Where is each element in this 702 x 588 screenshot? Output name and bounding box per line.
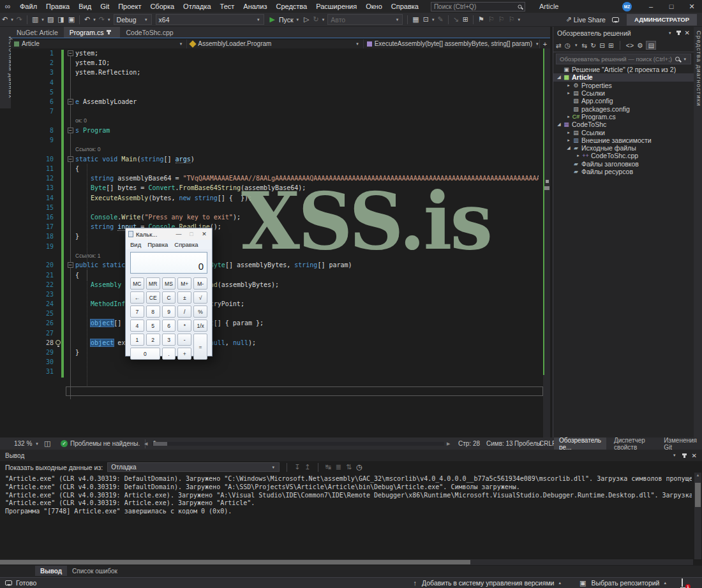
pending-changes-icon[interactable]: ◷ [565, 41, 571, 49]
breadcrumb-add-button[interactable]: + [540, 40, 550, 49]
goto-prev-icon[interactable]: ↥ [304, 463, 310, 471]
refresh-icon[interactable]: ↻ [590, 41, 596, 49]
calc-button-4[interactable]: 4 [130, 320, 144, 332]
clear-bookmarks-icon[interactable]: ⚐ [507, 15, 517, 24]
hot-reload-icon[interactable]: ↻ [311, 15, 321, 24]
calc-button-_[interactable]: . [162, 348, 176, 360]
pin-icon[interactable] [683, 453, 685, 458]
undo-icon[interactable]: ↶ [82, 15, 92, 24]
start-debug-button[interactable]: ▶ Пуск ▾ [268, 15, 301, 24]
calc-button-MC[interactable]: MC [130, 277, 144, 290]
calc-button-6[interactable]: 6 [162, 320, 176, 332]
select-repository-button[interactable]: ▣ Выбрать репозиторий ▴ [578, 579, 668, 587]
pin-icon[interactable] [108, 30, 110, 34]
calc-button-_[interactable]: = [193, 334, 207, 360]
configuration-dropdown[interactable]: Debug▾ [114, 14, 152, 25]
calc-button-3[interactable]: 3 [162, 334, 176, 346]
next-bookmark-icon[interactable]: ⚐ [497, 15, 507, 24]
menu-item-4[interactable]: Проект [114, 0, 146, 13]
calc-button-_[interactable]: ± [177, 291, 191, 304]
calc-button-_[interactable]: - [177, 334, 191, 346]
time-icon[interactable]: ◷ [356, 463, 362, 471]
calc-button-9[interactable]: 9 [162, 305, 176, 318]
show-all-files-icon[interactable]: ⊞ [461, 15, 470, 24]
output-vscroll-thumb[interactable] [695, 483, 701, 507]
breadcrumb-member[interactable]: ExecuteAssembly(byte[] assemblyBytes, st… [364, 40, 540, 49]
tree-item-11[interactable]: ▸++CodeToShc.cpp [553, 152, 694, 159]
calc-maximize-button[interactable]: □ [186, 231, 197, 237]
fold-collapse-icon[interactable]: − [68, 50, 73, 56]
zoom-control[interactable]: 132 %▾ ◫ [14, 437, 52, 450]
calc-button-M_[interactable]: M+ [177, 277, 191, 290]
edit-marker-icon[interactable]: ✎ [435, 15, 445, 24]
menu-item-8[interactable]: Анализ [239, 0, 271, 13]
redo-chevron[interactable]: ▾ [107, 17, 112, 22]
open-file-icon[interactable]: ▨ [45, 15, 56, 24]
save-all-icon[interactable]: ▣ [66, 15, 77, 24]
fold-collapse-icon[interactable]: − [68, 262, 73, 268]
bookmark-icon[interactable]: ⚑ [476, 15, 486, 24]
tree-item-12[interactable]: ▰Файлы заголовков [553, 160, 694, 168]
tree-item-1[interactable]: ◢▦Article [553, 73, 694, 81]
calc-button-0[interactable]: 0 [130, 348, 160, 360]
save-icon[interactable]: ◨ [56, 15, 66, 24]
calc-button-_[interactable]: √ [193, 291, 207, 304]
calc-button-2[interactable]: 2 [146, 334, 160, 346]
sync-active-document-icon[interactable]: ⇆ [582, 41, 588, 49]
calc-button-_[interactable]: + [177, 348, 191, 360]
document-tab-0[interactable]: NuGet: Article [11, 27, 64, 38]
navigate-back-icon[interactable]: ↶ [0, 15, 10, 24]
calculator-window[interactable]: Кальк... — □ ✕ ВидПравкаСправка 0 MCMRMS… [125, 228, 213, 356]
breadcrumb-project[interactable]: Article ▾ [11, 40, 187, 49]
platform-dropdown[interactable]: x64▾ [156, 14, 264, 25]
menu-item-0[interactable]: Файл [15, 0, 41, 13]
add-to-scm-button[interactable]: ↑ Добавить в систему управления версиями… [412, 579, 562, 587]
navigate-back-chevron[interactable]: ▾ [10, 17, 15, 22]
menu-item-5[interactable]: Сборка [146, 0, 179, 13]
calc-button-_[interactable]: * [177, 320, 191, 332]
tree-item-6[interactable]: ▸C#Program.cs [553, 113, 694, 121]
watch-window-icon[interactable]: ⊡ [421, 15, 431, 24]
menu-item-9[interactable]: Средства [271, 0, 311, 13]
tree-item-7[interactable]: ◢▦CodeToShc [553, 121, 694, 128]
tree-item-0[interactable]: ▣Решение "Article" (2 проекта из 2) [553, 66, 694, 73]
expanded-arrow-icon[interactable]: ◢ [565, 145, 572, 151]
avatar[interactable]: MZ [622, 2, 632, 11]
calc-button-M_[interactable]: M- [193, 277, 207, 290]
tree-item-9[interactable]: ▸▥Внешние зависимости [553, 136, 694, 144]
calc-button-8[interactable]: 8 [146, 305, 160, 318]
calc-button-_[interactable]: % [193, 305, 207, 318]
panel-close-icon[interactable]: ✕ [685, 29, 690, 36]
expanded-arrow-icon[interactable]: ◢ [556, 75, 562, 80]
collapsed-arrow-icon[interactable]: ▸ [575, 153, 581, 158]
menu-item-6[interactable]: Отладка [179, 0, 215, 13]
panel-close-icon[interactable]: ✕ [692, 452, 697, 459]
expanded-arrow-icon[interactable]: ◢ [556, 122, 562, 127]
tree-item-5[interactable]: ▧packages.config [553, 105, 694, 112]
fold-collapse-icon[interactable]: − [68, 156, 73, 162]
word-wrap-icon[interactable]: ↹ [325, 463, 331, 471]
calc-button-_[interactable]: / [177, 305, 191, 318]
output-text[interactable]: "Article.exe" (CLR v4.0.30319: DefaultDo… [5, 475, 692, 558]
panel-tab-0[interactable]: Обозреватель ре... [554, 437, 606, 450]
clear-all-icon[interactable]: ≣ [336, 463, 341, 471]
preview-docs-icon[interactable]: ▦ [410, 15, 421, 24]
output-tab-1[interactable]: Список ошибок [67, 566, 123, 576]
calc-button-MS[interactable]: MS [162, 277, 176, 290]
lightbulb-icon[interactable] [56, 340, 61, 345]
collapsed-arrow-icon[interactable]: ▸ [565, 114, 572, 119]
editor-horizontal-scrollbar[interactable] [152, 442, 444, 446]
menu-item-1[interactable]: Правка [41, 0, 74, 13]
auto-dropdown[interactable]: Авто▾ [327, 14, 403, 25]
switch-views-icon[interactable]: ⇄ [556, 41, 562, 49]
menu-item-11[interactable]: Окно [361, 0, 387, 13]
panel-tab-2[interactable]: Изменения Git [659, 437, 702, 450]
output-source-dropdown[interactable]: Отладка▾ [107, 462, 280, 472]
calc-button-7[interactable]: 7 [130, 305, 144, 318]
navigate-forward-icon[interactable]: ↷ [15, 15, 24, 24]
new-project-chevron[interactable]: ▾ [40, 17, 45, 22]
split-view-icon[interactable]: ◫ [42, 439, 52, 448]
view-code-icon[interactable]: <> [626, 41, 634, 49]
diagnostic-tools-tab[interactable]: Средства диагностики [696, 31, 702, 107]
collapsed-arrow-icon[interactable]: ▸ [565, 91, 572, 96]
